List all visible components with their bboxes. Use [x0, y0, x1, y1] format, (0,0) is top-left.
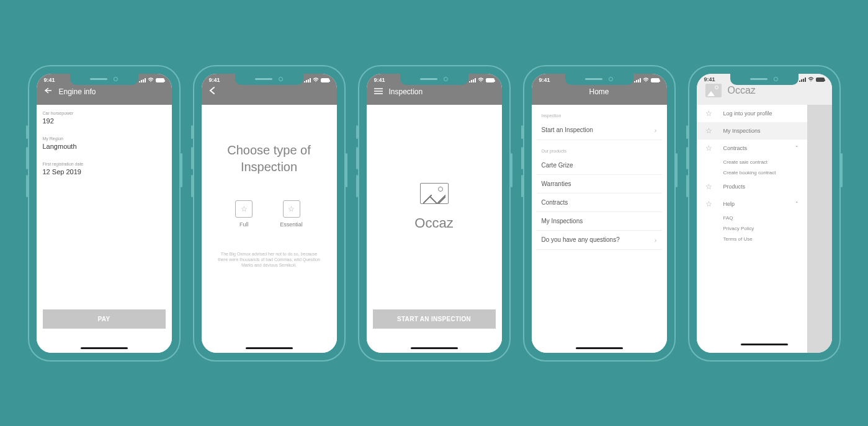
battery-icon — [651, 78, 660, 82]
drawer-subitem-sale-contract[interactable]: Create sale contract — [697, 157, 807, 167]
wifi-icon — [808, 77, 814, 82]
option-label: Full — [239, 221, 249, 228]
field-reg-date[interactable]: First registration date 12 Sep 2019 — [37, 156, 172, 181]
row-contracts[interactable]: Contracts — [537, 193, 662, 212]
status-time: 9:41 — [209, 77, 220, 83]
field-value: 12 Sep 2019 — [43, 168, 166, 175]
star-icon: ☆ — [705, 182, 713, 191]
status-time: 9:41 — [44, 77, 55, 83]
star-icon: ☆ — [241, 205, 248, 213]
field-horsepower[interactable]: Car horsepower 192 — [37, 105, 172, 130]
star-icon: ☆ — [705, 109, 713, 118]
battery-icon — [321, 78, 329, 82]
app-bar — [202, 85, 337, 105]
start-inspection-button[interactable]: START AN INSPECTION — [373, 309, 496, 329]
wifi-icon — [148, 78, 154, 82]
signal-icon — [304, 78, 311, 82]
drawer-item-label: Log into your profile — [723, 110, 772, 117]
notch — [400, 74, 468, 85]
signal-icon — [634, 78, 641, 82]
image-placeholder-icon — [420, 183, 449, 204]
app-bar: Engine info — [37, 85, 172, 105]
row-my-inspections[interactable]: My Inspections — [537, 212, 662, 231]
chevron-up-icon: ˄ — [795, 201, 799, 207]
signal-icon — [799, 78, 806, 82]
drawer-item-label: Products — [723, 184, 746, 190]
section-label: Our products — [537, 140, 662, 156]
star-icon: ☆ — [705, 126, 713, 135]
back-chevron-icon[interactable] — [209, 86, 215, 97]
field-value: 192 — [43, 117, 166, 125]
headline: Choose type of Inspection — [202, 105, 337, 194]
svg-point-2 — [480, 81, 481, 82]
row-label: Start an Inspection — [542, 126, 593, 133]
wifi-icon — [313, 78, 319, 82]
status-time: 9:41 — [539, 77, 550, 83]
status-time: 9:41 — [704, 76, 715, 82]
page-title: Engine info — [59, 87, 96, 96]
row-warranties[interactable]: Warranties — [537, 175, 662, 193]
brand-name: Occaz — [414, 215, 453, 231]
drawer-scrim[interactable] — [807, 74, 832, 353]
drawer-item-my-inspections[interactable]: ☆My Inspections — [697, 122, 807, 140]
disclaimer-text: The Big Oxmox advised her not to do so, … — [202, 234, 337, 286]
home-indicator[interactable] — [246, 347, 293, 349]
phone-frame-4: 9:41 Home Inspection Start an Inspection… — [523, 65, 676, 362]
home-indicator[interactable] — [741, 344, 788, 345]
app-bar: Inspection — [367, 85, 502, 105]
drawer-subitem-terms[interactable]: Terms of Use — [697, 234, 807, 244]
star-icon: ☆ — [705, 200, 713, 208]
home-indicator[interactable] — [81, 347, 128, 349]
battery-icon — [816, 78, 825, 82]
drawer-subitem-privacy[interactable]: Privacy Policy — [697, 223, 807, 234]
drawer-item-help[interactable]: ☆Help˄ — [697, 195, 807, 213]
drawer-subitem-booking-contract[interactable]: Create booking contract — [697, 167, 807, 178]
drawer-item-label: Help — [723, 201, 735, 207]
drawer-item-login[interactable]: ☆Log into your profile — [697, 105, 807, 122]
field-label: My Region — [43, 136, 166, 141]
brand-name: Occaz — [728, 85, 756, 96]
row-label: My Inspections — [542, 218, 583, 224]
field-label: First registration date — [43, 162, 166, 166]
signal-icon — [139, 78, 146, 82]
field-region[interactable]: My Region Langmouth — [37, 130, 172, 156]
inspection-type-full[interactable]: ☆ Full — [235, 200, 253, 228]
inspection-type-essential[interactable]: ☆ Essential — [280, 200, 303, 228]
star-icon: ☆ — [288, 205, 295, 213]
drawer-item-products[interactable]: ☆Products — [697, 178, 807, 195]
svg-point-1 — [315, 81, 316, 82]
drawer-subitem-faq[interactable]: FAQ — [697, 213, 807, 223]
notch — [70, 74, 138, 85]
row-questions[interactable]: Do you have any questions? › — [537, 231, 662, 250]
page-title: Inspection — [389, 87, 423, 96]
section-label: Inspection — [537, 105, 662, 121]
drawer-item-label: Contracts — [723, 145, 748, 151]
row-start-inspection[interactable]: Start an Inspection › — [537, 121, 662, 140]
row-label: Do you have any questions? — [542, 236, 620, 243]
status-time: 9:41 — [374, 77, 385, 83]
phone-frame-3: 9:41 Inspection Occaz START AN INSPECTIO… — [358, 65, 511, 362]
wifi-icon — [643, 78, 649, 82]
notch — [730, 74, 799, 85]
svg-point-0 — [150, 81, 151, 82]
chevron-right-icon: › — [655, 236, 657, 244]
wifi-icon — [478, 78, 484, 82]
menu-icon[interactable] — [374, 87, 383, 96]
battery-icon — [156, 78, 164, 82]
phone-frame-2: 9:41 Choose type of Inspection ☆ Full ☆ … — [193, 65, 346, 362]
drawer-header: Occaz — [697, 84, 832, 105]
brand-logo-icon — [705, 84, 722, 97]
drawer-item-contracts[interactable]: ☆Contracts˄ — [697, 140, 807, 157]
pay-button[interactable]: PAY — [43, 309, 166, 329]
star-icon: ☆ — [705, 144, 713, 153]
row-carte-grize[interactable]: Carte Grize — [537, 156, 662, 175]
signal-icon — [469, 78, 476, 82]
app-bar: Home — [532, 85, 667, 105]
page-title: Home — [589, 87, 609, 96]
home-indicator[interactable] — [411, 347, 458, 349]
phone-frame-5: 9:41 Occaz ☆Log into your profile ☆My In… — [688, 65, 841, 362]
back-icon[interactable] — [44, 87, 53, 96]
chevron-up-icon: ˄ — [795, 145, 799, 151]
home-indicator[interactable] — [576, 347, 623, 349]
row-label: Contracts — [542, 199, 568, 206]
